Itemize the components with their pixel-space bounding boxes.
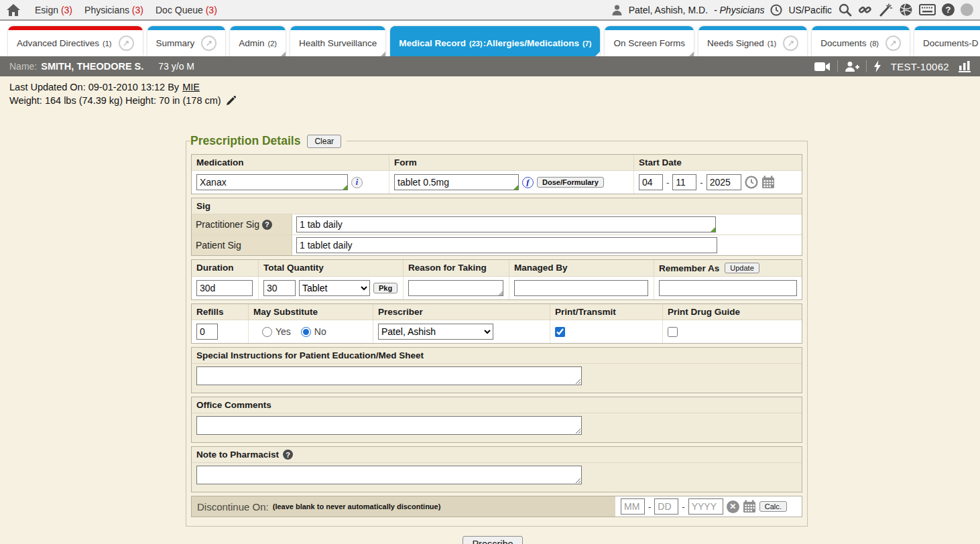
timezone-label[interactable]: US/Pacific [788, 5, 832, 15]
managed-by-header: Managed By [509, 260, 654, 276]
edit-vitals-icon[interactable] [226, 96, 236, 106]
special-instructions-textarea[interactable] [196, 366, 582, 385]
clock-icon [770, 4, 782, 16]
tab-documents-truncated[interactable]: Documents-D [914, 26, 980, 56]
tab-dropdown-fold [595, 52, 600, 56]
substitute-no-label: No [314, 326, 326, 337]
quantity-input[interactable] [263, 280, 296, 296]
dose-formulary-button[interactable]: Dose/Formulary [537, 177, 604, 188]
print-drug-guide-checkbox[interactable] [668, 327, 678, 337]
tab-on-screen-forms[interactable]: On Screen Forms [605, 26, 694, 56]
patient-sig-label-cell: Patient Sig [192, 235, 292, 255]
tab-label: Documents [820, 38, 866, 48]
duration-input[interactable] [196, 280, 253, 296]
prescribe-button[interactable]: Prescribe [463, 536, 522, 544]
nav-esign[interactable]: Esign (3) [35, 5, 72, 15]
tab-dropdown-fold [689, 52, 694, 56]
office-comments-textarea[interactable] [196, 416, 582, 435]
refills-header: Refills [192, 304, 249, 320]
form-input[interactable] [394, 174, 519, 190]
pharmacist-note-help-icon[interactable]: ? [283, 450, 293, 460]
practitioner-sig-input[interactable] [296, 216, 716, 232]
popout-icon[interactable]: ↗ [783, 36, 798, 51]
calc-button[interactable]: Calc. [759, 501, 787, 512]
medication-header: Medication [192, 155, 389, 170]
tab-count: (1) [103, 40, 111, 48]
popout-icon[interactable]: ↗ [201, 36, 217, 51]
discontinue-day-input[interactable] [654, 498, 678, 515]
help-icon[interactable]: ? [942, 3, 955, 16]
managed-by-input[interactable] [514, 280, 648, 296]
time-picker-icon[interactable] [745, 176, 758, 189]
practitioner-sig-label-cell: Practitioner Sig ? [192, 214, 292, 234]
home-icon[interactable] [7, 4, 20, 16]
user-icon [611, 4, 623, 15]
tab-needs-signed[interactable]: Needs Signed (1) ↗ [698, 26, 807, 56]
start-day-input[interactable] [672, 174, 696, 190]
video-call-icon[interactable] [814, 62, 831, 72]
logged-in-user[interactable]: Patel, Ashish, M.D. [629, 5, 708, 15]
total-quantity-header: Total Quantity [259, 260, 404, 276]
office-comments-header: Office Comments [192, 397, 802, 413]
tab-medical-record[interactable]: Medical Record (23) :Allergies/Medicatio… [390, 26, 600, 56]
tab-admin[interactable]: Admin (2) [230, 26, 286, 56]
update-button[interactable]: Update [725, 263, 759, 273]
popout-icon[interactable]: ↗ [885, 36, 901, 51]
search-icon[interactable] [838, 3, 852, 17]
tab-count: (23) [469, 40, 483, 48]
tab-count: (2) [268, 40, 277, 48]
remember-as-input[interactable] [659, 280, 797, 296]
start-month-input[interactable] [639, 174, 663, 190]
link-icon[interactable] [858, 3, 872, 17]
tab-subcount: (7) [583, 40, 591, 48]
print-transmit-checkbox[interactable] [555, 327, 565, 337]
refills-input[interactable] [196, 324, 218, 340]
calendar-icon[interactable] [761, 176, 775, 189]
quantity-unit-select[interactable]: Tablet [299, 280, 370, 296]
lightning-icon[interactable] [873, 60, 881, 72]
discontinue-year-input[interactable] [688, 498, 723, 515]
flowsheet-chart-icon[interactable] [959, 61, 971, 72]
patient-sig-label: Patient Sig [196, 240, 241, 251]
tab-dropdown-fold [281, 52, 286, 56]
discontinue-month-input[interactable] [621, 498, 645, 515]
sig-header: Sig [192, 198, 802, 214]
nav-doc-queue[interactable]: Doc Queue (3) [156, 5, 217, 15]
start-year-input[interactable] [707, 174, 741, 190]
globe-icon[interactable] [899, 3, 913, 17]
discontinue-hint: (leave blank to never automatically disc… [273, 502, 441, 511]
clear-date-icon[interactable]: ✕ [727, 500, 739, 513]
sig-help-icon[interactable]: ? [262, 220, 272, 230]
pkg-button[interactable]: Pkg [373, 283, 397, 293]
medication-input[interactable] [196, 174, 348, 190]
add-person-icon[interactable] [845, 61, 859, 72]
print-transmit-header: Print/Transmit [550, 304, 663, 320]
status-dot [961, 3, 973, 16]
formulary-icon[interactable]: ƒ [522, 177, 534, 188]
calendar-icon[interactable] [743, 500, 756, 513]
discontinue-label: Discontinue On: [197, 501, 269, 513]
nav-physicians[interactable]: Physicians (3) [84, 5, 143, 15]
prescriber-select[interactable]: Patel, Ashish [378, 324, 493, 340]
tab-summary[interactable]: Summary ↗ [147, 26, 226, 56]
tab-advanced-directives[interactable]: Advanced Directives (1) ↗ [8, 26, 143, 56]
wand-icon[interactable] [878, 3, 893, 17]
substitute-no-radio[interactable] [301, 327, 311, 337]
tab-label: Documents-D [923, 38, 979, 48]
popout-icon[interactable]: ↗ [119, 36, 134, 51]
tab-documents[interactable]: Documents (8) ↗ [812, 26, 910, 56]
substitute-yes-radio[interactable] [262, 327, 272, 337]
patient-sig-input[interactable] [296, 237, 717, 253]
nav-count: (3) [206, 5, 217, 15]
note-to-pharmacist-textarea[interactable] [196, 466, 582, 484]
clear-button[interactable]: Clear [307, 135, 341, 148]
updated-by-link[interactable]: MIE [182, 82, 200, 92]
tab-label: Summary [156, 38, 195, 48]
keyboard-icon[interactable] [919, 4, 936, 15]
chart-id: TEST-10062 [891, 61, 949, 72]
tab-health-surveillance[interactable]: Health Surveillance [290, 26, 385, 56]
patient-header-bar: Name: SMITH, THEODORE S. 73 y/o M TEST-1… [0, 56, 980, 76]
record-info-area: Last Updated On: 09-01-2010 13:12 By MIE… [0, 76, 980, 106]
reason-input[interactable] [408, 280, 503, 296]
drug-info-icon[interactable]: i [351, 177, 363, 188]
